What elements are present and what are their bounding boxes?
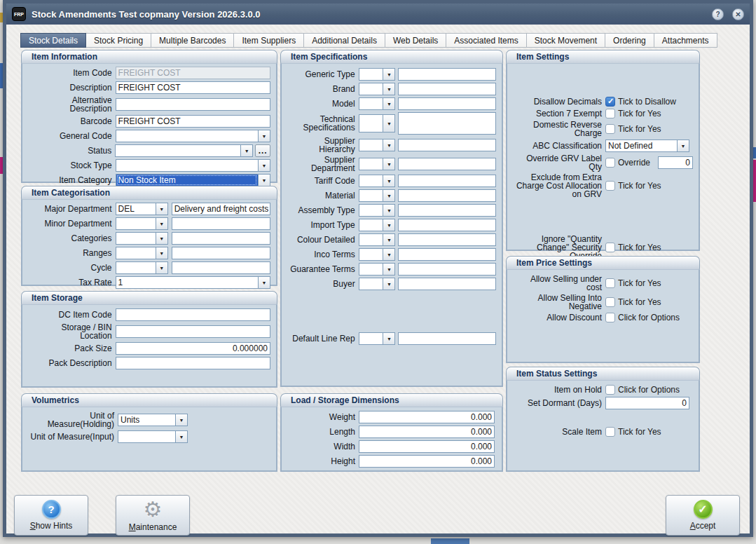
chevron-down-icon[interactable]: ▼	[156, 247, 168, 259]
tax-rate-combo[interactable]: 1 ▼	[116, 276, 270, 289]
major-department-desc-field[interactable]: Delivery and freight costs	[172, 203, 270, 215]
chevron-down-icon[interactable]: ▼	[258, 159, 270, 172]
guarantee-terms-field[interactable]	[398, 263, 496, 276]
technical-specifications-combo[interactable]: ▼	[359, 114, 396, 132]
default-line-rep-combo[interactable]: ▼	[359, 332, 396, 345]
width-field[interactable]: 0.000	[359, 440, 495, 453]
assembly-type-combo[interactable]: ▼	[359, 204, 396, 217]
model-combo[interactable]: ▼	[359, 97, 396, 110]
chevron-down-icon[interactable]: ▼	[383, 189, 395, 202]
chevron-down-icon[interactable]: ▼	[383, 263, 395, 276]
buyer-combo[interactable]: ▼	[359, 278, 396, 290]
buyer-field[interactable]	[398, 278, 496, 290]
major-department-combo[interactable]: DEL ▼	[116, 203, 168, 215]
accept-button[interactable]: ✓ Accept	[666, 495, 740, 536]
storage-bin-location-field[interactable]	[116, 325, 270, 338]
categories-desc-field[interactable]	[172, 232, 270, 245]
chevron-down-icon[interactable]: ▼	[383, 83, 395, 95]
height-field[interactable]: 0.000	[359, 455, 495, 468]
chevron-down-icon[interactable]: ▼	[175, 430, 188, 443]
technical-specifications-field[interactable]	[398, 112, 496, 135]
status-more-button[interactable]: ...	[255, 144, 270, 157]
alternative-description-field[interactable]	[116, 98, 270, 111]
exclude-extra-charge-checkbox[interactable]	[605, 181, 615, 191]
chevron-down-icon[interactable]: ▼	[175, 414, 188, 426]
supplier-department-combo[interactable]: ▼	[359, 158, 396, 170]
chevron-down-icon[interactable]: ▼	[258, 130, 270, 142]
chevron-down-icon[interactable]: ▼	[383, 97, 395, 110]
allow-selling-under-cost-checkbox[interactable]	[605, 278, 615, 288]
chevron-down-icon[interactable]: ▼	[383, 158, 395, 170]
tariff-code-combo[interactable]: ▼	[359, 175, 396, 187]
supplier-hierarchy-combo[interactable]: ▼	[359, 139, 396, 151]
tariff-code-field[interactable]	[398, 175, 496, 187]
generic-type-combo[interactable]: ▼	[359, 68, 396, 81]
titlebar[interactable]: FRP Stock Amendments Test copmany Versio…	[6, 4, 750, 25]
dc-item-code-field[interactable]	[116, 308, 270, 321]
allow-discount-checkbox[interactable]	[605, 313, 615, 322]
brand-combo[interactable]: ▼	[359, 83, 396, 95]
chevron-down-icon[interactable]: ▼	[383, 139, 395, 151]
minor-department-combo[interactable]: ▼	[116, 217, 168, 230]
ranges-combo[interactable]: ▼	[116, 247, 168, 259]
abc-classification-combo[interactable]: Not Defined ▼	[605, 140, 689, 152]
categories-combo[interactable]: ▼	[116, 232, 168, 245]
colour-detailed-combo[interactable]: ▼	[359, 233, 396, 246]
chevron-down-icon[interactable]: ▼	[383, 219, 395, 231]
set-dormant-days-field[interactable]: 0	[605, 397, 689, 409]
chevron-down-icon[interactable]: ▼	[258, 276, 270, 289]
chevron-down-icon[interactable]: ▼	[258, 174, 270, 186]
minor-department-desc-field[interactable]	[172, 217, 270, 230]
barcode-field[interactable]: FREIGHT COST	[116, 115, 270, 128]
pack-size-field[interactable]: 0.000000	[116, 342, 270, 355]
colour-detailed-field[interactable]	[398, 233, 496, 246]
import-type-field[interactable]	[398, 219, 496, 231]
chevron-down-icon[interactable]: ▼	[156, 217, 168, 230]
chevron-down-icon[interactable]: ▼	[383, 332, 395, 345]
weight-field[interactable]: 0.000	[359, 411, 495, 423]
generic-type-field[interactable]	[398, 68, 496, 81]
item-category-combo[interactable]: Non Stock Item ▼	[116, 174, 270, 186]
domestic-reverse-charge-checkbox[interactable]	[605, 124, 615, 134]
uom-input-combo[interactable]: ▼	[118, 430, 188, 443]
general-code-combo[interactable]: ▼	[116, 130, 270, 142]
inco-terms-field[interactable]	[398, 248, 496, 261]
chevron-down-icon[interactable]: ▼	[156, 232, 168, 245]
section7-exempt-checkbox[interactable]	[605, 109, 615, 118]
import-type-combo[interactable]: ▼	[359, 219, 396, 231]
override-grv-qty-field[interactable]: 0	[658, 156, 693, 169]
help-icon[interactable]: ?	[712, 8, 724, 20]
length-field[interactable]: 0.000	[359, 426, 495, 438]
chevron-down-icon[interactable]: ▼	[240, 144, 253, 157]
chevron-down-icon[interactable]: ▼	[383, 233, 395, 246]
close-icon[interactable]: ✕	[732, 8, 744, 20]
item-on-hold-checkbox[interactable]	[605, 385, 615, 395]
chevron-down-icon[interactable]: ▼	[383, 278, 395, 290]
chevron-down-icon[interactable]: ▼	[383, 175, 395, 187]
description-field[interactable]: FREIGHT COST	[116, 81, 270, 94]
inco-terms-combo[interactable]: ▼	[359, 248, 396, 261]
chevron-down-icon[interactable]: ▼	[156, 203, 168, 215]
supplier-hierarchy-field[interactable]	[398, 139, 496, 151]
chevron-down-icon[interactable]: ▼	[677, 140, 689, 152]
material-combo[interactable]: ▼	[359, 189, 396, 202]
cycle-combo[interactable]: ▼	[116, 261, 168, 274]
chevron-down-icon[interactable]: ▼	[383, 114, 395, 132]
guarantee-terms-combo[interactable]: ▼	[359, 263, 396, 276]
chevron-down-icon[interactable]: ▼	[383, 68, 395, 81]
show-hints-button[interactable]: ? Show Hints	[14, 495, 88, 536]
allow-selling-into-negative-checkbox[interactable]	[605, 297, 615, 307]
chevron-down-icon[interactable]: ▼	[383, 248, 395, 261]
uom-holding-combo[interactable]: Units ▼	[118, 414, 188, 426]
cycle-desc-field[interactable]	[172, 261, 270, 274]
pack-description-field[interactable]	[116, 357, 270, 369]
supplier-department-field[interactable]	[398, 158, 496, 170]
brand-field[interactable]	[398, 83, 496, 95]
scale-item-checkbox[interactable]	[605, 427, 615, 437]
material-field[interactable]	[398, 189, 496, 202]
model-field[interactable]	[398, 97, 496, 110]
status-combo[interactable]: ▼	[115, 144, 253, 157]
ranges-desc-field[interactable]	[172, 247, 270, 259]
assembly-type-field[interactable]	[398, 204, 496, 217]
stock-type-combo[interactable]: ▼	[116, 159, 270, 172]
